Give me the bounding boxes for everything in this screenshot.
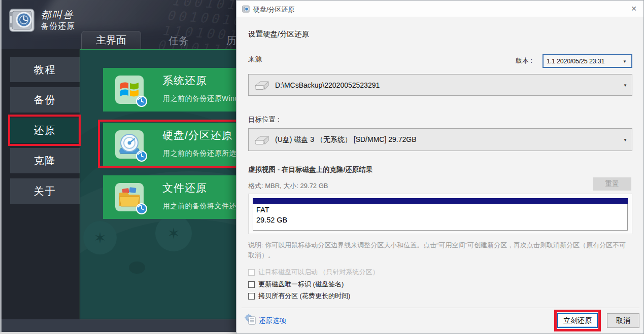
footer-divider xyxy=(242,308,639,308)
disk-header-bar xyxy=(253,198,628,204)
dot-decoration xyxy=(129,262,145,274)
checkbox-icon xyxy=(248,269,255,276)
card-title: 文件还原 xyxy=(162,181,207,195)
checkbox-icon xyxy=(248,281,255,288)
checkbox-make-disk-bootable: 让目标磁盘可以启动 （只针对系统分区） xyxy=(248,268,379,277)
instruction-note: 说明: 你可以用鼠标移动分区边界线来调整分区大小和位置。点击“可用空间”可创建新… xyxy=(248,240,632,260)
card-title: 系统还原 xyxy=(162,73,207,88)
target-disk-value: (U盘) 磁盘 3 （无系统） [SD/MMC] 29.72GB xyxy=(275,135,416,144)
version-value: 1.1 2020/05/25 23:31 xyxy=(547,58,604,65)
restore-options-link[interactable]: 还原选项 xyxy=(259,316,286,325)
windows-restore-icon xyxy=(115,76,144,104)
close-icon[interactable]: ✕ xyxy=(631,5,637,13)
checkbox-label: 拷贝所有分区 (花费更长的时间) xyxy=(258,291,350,301)
dialog-titlebar[interactable]: 硬盘/分区还原 ✕ xyxy=(236,1,643,17)
sidebar-item-backup[interactable]: 备份 xyxy=(10,87,80,113)
source-path-value: D:\MCsBackup\22020052523291 xyxy=(275,81,380,89)
source-select[interactable]: D:\MCsBackup\22020052523291 ▼ xyxy=(248,74,632,96)
annotation-box-sidebar-restore xyxy=(8,115,81,146)
brand-name: 都叫兽 xyxy=(41,8,74,22)
restore-options-icon xyxy=(245,314,256,325)
target-label: 目标位置 : xyxy=(248,115,280,124)
drive-icon xyxy=(254,134,270,145)
tab-tasks[interactable]: 任务 xyxy=(155,32,202,49)
clock-badge-icon xyxy=(135,95,148,107)
virtual-view-heading: 虚拟视图 - 在目标磁盘上的克隆/还原结果 xyxy=(248,165,372,174)
checkbox-icon xyxy=(248,293,255,300)
checkbox-label: 让目标磁盘可以启动 （只针对系统分区） xyxy=(258,268,379,277)
partition-block[interactable]: FAT 29.52 GB xyxy=(253,204,628,231)
partition-filesystem: FAT xyxy=(256,205,627,215)
sidebar-item-tutorial[interactable]: 教程 xyxy=(10,57,80,82)
target-select[interactable]: (U盘) 磁盘 3 （无系统） [SD/MMC] 29.72GB ▼ xyxy=(248,128,632,151)
checkbox-label: 更新磁盘唯一标识 (磁盘签名) xyxy=(258,280,344,289)
app-logo-safe-icon xyxy=(8,6,37,34)
checkbox-copy-all-partitions[interactable]: 拷贝所有分区 (花费更长的时间) xyxy=(248,291,350,301)
sidebar-item-about[interactable]: 关于 xyxy=(10,178,80,204)
product-name: 备份还原 xyxy=(41,21,75,32)
window-left-edge xyxy=(0,0,2,332)
clock-badge-icon xyxy=(135,203,148,215)
star-icon: ✶ xyxy=(93,229,106,247)
tab-main[interactable]: 主界面 xyxy=(81,31,141,49)
reset-button[interactable]: 重置 xyxy=(593,177,631,191)
version-select[interactable]: 1.1 2020/05/25 23:31 ▼ xyxy=(543,54,632,68)
dialog-title: 硬盘/分区还原 xyxy=(253,5,295,14)
drive-icon xyxy=(254,80,270,91)
cancel-button[interactable]: 取消 xyxy=(607,313,639,328)
dialog-safe-icon xyxy=(242,5,250,13)
dialog-heading: 设置硬盘/分区还原 xyxy=(248,29,309,39)
file-restore-icon xyxy=(115,183,144,211)
screw-decoration: ✶ xyxy=(155,215,192,251)
screw-decoration: ✶ xyxy=(83,221,117,254)
format-size-info: 格式: MBR, 大小: 29.72 GB xyxy=(248,181,328,191)
chevron-down-icon: ▼ xyxy=(623,59,627,63)
annotation-box-restore-now xyxy=(554,310,601,331)
version-label: 版本 : xyxy=(516,56,532,65)
partition-size: 29.52 GB xyxy=(256,215,627,225)
star-icon: ✶ xyxy=(167,225,180,242)
chevron-down-icon: ▼ xyxy=(623,137,627,142)
card-subtitle: 用之前的备份将文件还原 xyxy=(163,202,244,211)
chevron-down-icon: ▼ xyxy=(623,83,627,87)
source-label: 来源 xyxy=(248,55,262,64)
sidebar-item-clone[interactable]: 克隆 xyxy=(10,148,80,173)
checkbox-update-disk-signature[interactable]: 更新磁盘唯一标识 (磁盘签名) xyxy=(248,280,344,289)
partition-map: FAT 29.52 GB xyxy=(248,194,632,234)
disk-partition-restore-dialog: 硬盘/分区还原 ✕ 设置硬盘/分区还原 来源 版本 : 1.1 2020/05/… xyxy=(236,0,644,334)
sidebar: 教程 备份 还原 克隆 关于 xyxy=(0,49,80,319)
